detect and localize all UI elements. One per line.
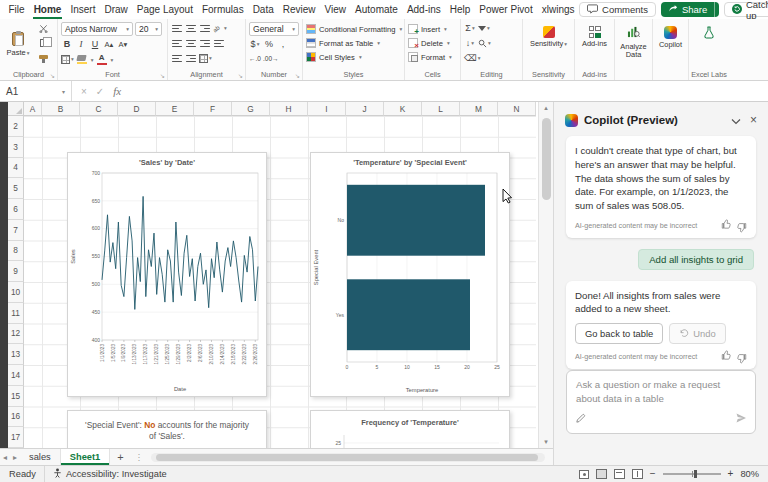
menu-tab-formulas[interactable]: Formulas	[197, 0, 248, 19]
underline-button[interactable]: U	[89, 38, 101, 51]
decrease-indent-button[interactable]	[171, 52, 183, 65]
cancel-entry-icon[interactable]: ×	[81, 86, 87, 97]
scroll-up-arrow[interactable]: ▴	[544, 102, 548, 114]
add-insights-to-grid-button[interactable]: Add all insights to grid	[638, 249, 754, 270]
analyze-data-button[interactable]: Analyze Data	[618, 22, 649, 66]
delete-cells-button[interactable]: Delete▾	[408, 36, 457, 50]
menu-tab-insert[interactable]: Insert	[66, 0, 100, 19]
column-header-D[interactable]: D	[118, 102, 156, 116]
column-header-J[interactable]: J	[346, 102, 384, 116]
row-header-10[interactable]: 10	[8, 282, 24, 303]
menu-tab-file[interactable]: File	[4, 0, 29, 19]
autosum-button[interactable]: Σ▾	[464, 22, 476, 35]
page-break-view-icon[interactable]	[632, 469, 643, 479]
menu-tab-xlwings[interactable]: xlwings	[537, 0, 579, 19]
column-header-H[interactable]: H	[270, 102, 308, 116]
menu-tab-help[interactable]: Help	[445, 0, 475, 19]
sheet-nav-right-icon[interactable]: ▸	[10, 453, 20, 462]
horizontal-scrollbar-thumb[interactable]	[156, 454, 538, 461]
thumbs-down-icon-2[interactable]	[737, 350, 747, 364]
vertical-scrollbar-thumb[interactable]	[542, 118, 551, 200]
row-header-3[interactable]: 3	[8, 137, 24, 158]
name-box-dropdown-icon[interactable]: ▾	[62, 88, 65, 95]
menu-tab-view[interactable]: View	[320, 0, 351, 19]
clipboard-dialog-launcher[interactable]: ↘	[50, 73, 55, 79]
copilot-button[interactable]: Copilot	[656, 22, 685, 66]
percent-style-button[interactable]: %	[263, 38, 275, 51]
font-color-button[interactable]: A	[96, 53, 108, 66]
font-dialog-launcher[interactable]: ↘	[160, 73, 165, 79]
column-header-F[interactable]: F	[194, 102, 232, 116]
insert-cells-button[interactable]: Insert▾	[408, 22, 457, 36]
row-header-12[interactable]: 12	[8, 324, 24, 345]
font-size-combo[interactable]: 20▾	[135, 22, 162, 36]
name-box[interactable]: A1 ▾	[0, 81, 72, 101]
share-dropdown-icon[interactable]: ▾	[714, 2, 719, 17]
menu-tab-review[interactable]: Review	[278, 0, 320, 19]
copy-button[interactable]	[35, 36, 51, 49]
copilot-collapse-icon[interactable]	[731, 111, 741, 129]
align-left-button[interactable]	[171, 37, 183, 50]
tab-splitter-icon[interactable]: ⋮	[131, 453, 147, 462]
increase-indent-button[interactable]	[185, 52, 197, 65]
zoom-in-icon[interactable]: +	[728, 469, 734, 479]
align-top-button[interactable]	[171, 22, 183, 35]
sheet-tab-sheet1[interactable]: Sheet1	[61, 449, 111, 465]
fill-button[interactable]: ↓▾	[464, 37, 476, 50]
chart-frequency-of-temperature[interactable]: Frequency of 'Temperature'25	[310, 410, 510, 448]
wrap-text-button[interactable]	[213, 37, 225, 50]
find-select-button[interactable]: ▾	[478, 37, 491, 50]
sheet-tab-sales[interactable]: sales	[20, 449, 61, 465]
horizontal-scrollbar[interactable]	[151, 453, 545, 462]
normal-view-icon[interactable]	[596, 469, 607, 479]
zoom-level[interactable]: 80%	[740, 469, 759, 479]
thumbs-down-icon[interactable]	[737, 219, 747, 233]
font-name-combo[interactable]: Aptos Narrow▾	[61, 22, 133, 36]
copilot-chat-input[interactable]: Ask a question or make a request about d…	[566, 370, 756, 434]
select-all-corner[interactable]	[8, 102, 24, 116]
row-header-11[interactable]: 11	[8, 303, 24, 324]
cut-button[interactable]	[35, 22, 51, 35]
zoom-slider-thumb[interactable]	[694, 470, 697, 478]
copilot-close-icon[interactable]: ×	[750, 114, 757, 126]
comma-style-button[interactable]: ,	[277, 38, 289, 51]
conditional-formatting-button[interactable]: Conditional Formatting▾	[306, 22, 401, 36]
row-header-6[interactable]: 6	[8, 199, 24, 220]
catch-up-button[interactable]: Catch up	[724, 2, 768, 17]
undo-button[interactable]: Undo	[669, 323, 725, 344]
row-header-15[interactable]: 15	[8, 386, 24, 407]
page-layout-view-icon[interactable]	[614, 469, 625, 479]
orientation-button[interactable]: ▾	[213, 22, 227, 35]
zoom-out-icon[interactable]: −	[650, 469, 656, 479]
comments-button[interactable]: Comments	[579, 2, 656, 17]
menu-tab-home[interactable]: Home	[29, 0, 66, 19]
align-middle-button[interactable]	[185, 22, 197, 35]
row-header-4[interactable]: 4	[8, 158, 24, 179]
cell-styles-button[interactable]: Cell Styles▾	[306, 50, 401, 64]
column-header-E[interactable]: E	[156, 102, 194, 116]
go-back-to-table-button[interactable]: Go back to table	[575, 323, 663, 344]
align-center-button[interactable]	[185, 37, 197, 50]
row-header-5[interactable]: 5	[8, 178, 24, 199]
bold-button[interactable]: B	[61, 38, 73, 51]
accessibility-status[interactable]: Accessibility: Investigate	[44, 466, 167, 482]
thumbs-up-icon[interactable]	[721, 219, 731, 233]
menu-tab-automate[interactable]: Automate	[351, 0, 403, 19]
paste-button[interactable]: Paste▾	[3, 22, 33, 66]
column-header-G[interactable]: G	[232, 102, 270, 116]
column-header-K[interactable]: K	[384, 102, 422, 116]
column-header-C[interactable]: C	[80, 102, 118, 116]
addins-button[interactable]: Add-ins	[578, 22, 611, 66]
format-painter-button[interactable]	[35, 50, 51, 63]
scroll-down-arrow[interactable]: ▾	[544, 436, 548, 448]
row-header-2[interactable]: 2	[8, 116, 24, 137]
accounting-format-button[interactable]: $▾	[249, 38, 261, 51]
menu-tab-draw[interactable]: Draw	[100, 0, 132, 19]
formula-input[interactable]	[130, 81, 768, 101]
increase-font-button[interactable]: A▴	[103, 38, 115, 51]
column-header-A[interactable]: A	[24, 102, 42, 116]
fill-color-button[interactable]	[76, 53, 88, 66]
zoom-slider[interactable]	[663, 473, 721, 475]
align-right-button[interactable]	[199, 37, 211, 50]
column-header-L[interactable]: L	[422, 102, 460, 116]
